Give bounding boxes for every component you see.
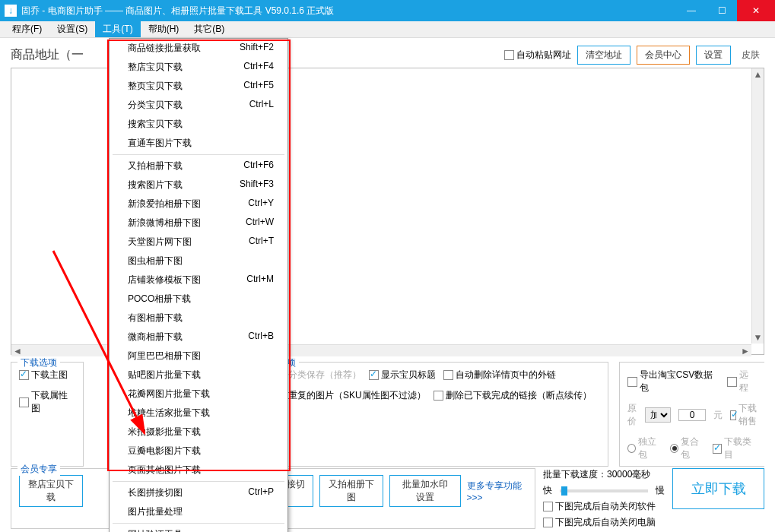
whole-store-button[interactable]: 整店宝贝下载 [19, 475, 83, 507]
composite-radio: 复合包 [670, 435, 705, 461]
scrollbar-vertical[interactable]: ▲ ▼ [751, 68, 764, 344]
dropdown-item[interactable]: 整页宝贝下载Ctrl+F5 [110, 77, 287, 96]
menu-program[interactable]: 程序(F) [5, 21, 49, 37]
show-title-checkbox[interactable]: 显示宝贝标题 [369, 369, 436, 382]
download-category-checkbox: 下载类目 [713, 435, 757, 461]
download-options-legend: 下载选项 [17, 356, 60, 369]
watermark-button[interactable]: 批量加水印设置 [389, 475, 461, 507]
dropdown-item[interactable]: 微商相册下载Ctrl+B [110, 328, 287, 347]
dropdown-item[interactable]: 直通车图片下载 [110, 134, 287, 153]
more-features-link[interactable]: 更多专享功能>>> [467, 480, 527, 503]
dropdown-item[interactable]: 有图相册下载 [110, 309, 287, 328]
scroll-left-icon[interactable]: ◄ [11, 345, 24, 356]
download-attr-image-checkbox[interactable]: 下载属性图 [19, 389, 75, 415]
orig-price-label: 原价 [627, 402, 637, 428]
menu-tools[interactable]: 工具(T) [95, 21, 140, 37]
dropdown-item[interactable]: POCO相册下载 [110, 290, 287, 309]
export-options-group: 导出淘宝CSV数据包 远程 原价 加 元 下载销售 独立包 复合包 下载类目 [619, 362, 764, 467]
download-main-image-checkbox[interactable]: 下载主图 [19, 369, 75, 382]
remote-checkbox: 远程 [727, 369, 757, 394]
dropdown-item[interactable]: 豆瓣电影图片下载 [110, 442, 287, 461]
export-csv-checkbox[interactable]: 导出淘宝CSV数据包 [627, 369, 719, 394]
maximize-button[interactable]: ☐ [707, 0, 737, 21]
delete-completed-checkbox[interactable]: 删除已下载完成的链接（断点续传） [434, 389, 592, 402]
address-label: 商品地址（一 [11, 47, 84, 63]
window-controls: — ☐ ✕ [676, 0, 775, 21]
speed-slider[interactable] [560, 489, 648, 492]
titlebar: ↓ 固乔 - 电商图片助手 —— 商品图片、相册照片批量下载工具 V59.0.1… [0, 0, 775, 21]
speed-label: 批量下载速度：30000毫秒 [543, 468, 665, 481]
menu-help[interactable]: 帮助(H) [141, 21, 187, 37]
dropdown-item[interactable]: 整店宝贝下载Ctrl+F4 [110, 58, 287, 77]
menubar: 程序(F) 设置(S) 工具(T) 帮助(H) 其它(B) [0, 21, 775, 38]
dropdown-item[interactable]: 花瓣网图片批量下载 [110, 385, 287, 404]
close-button[interactable]: ✕ [737, 0, 775, 21]
member-center-button[interactable]: 会员中心 [637, 46, 690, 65]
standalone-radio: 独立包 [627, 435, 662, 461]
dropdown-item[interactable]: 又拍相册下载Ctrl+F6 [110, 157, 287, 176]
member-legend: 会员专享 [17, 463, 60, 476]
auto-paste-checkbox[interactable]: 自动粘贴网址 [504, 49, 571, 62]
auto-delete-links-checkbox[interactable]: 自动删除详情页中的外链 [443, 369, 556, 382]
window-title: 固乔 - 电商图片助手 —— 商品图片、相册照片批量下载工具 V59.0.1.6… [21, 5, 676, 17]
dropdown-item[interactable]: 商品链接批量获取Shift+F2 [110, 39, 287, 58]
scroll-down-icon[interactable]: ▼ [752, 331, 764, 344]
speed-group: 批量下载速度：30000毫秒 快 慢 下图完成后自动关闭软件 下图完成后自动关闭… [543, 468, 665, 529]
dropdown-item[interactable]: 米拍摄影批量下载 [110, 423, 287, 442]
clear-address-button[interactable]: 清空地址 [577, 46, 630, 65]
dropdown-item[interactable]: 堆糖生活家批量下载 [110, 404, 287, 423]
dropdown-item[interactable]: 搜索图片下载Shift+F3 [110, 176, 287, 195]
youpai-album-button[interactable]: 又拍相册下图 [319, 475, 383, 507]
download-options-group: 下载选项 下载主图 下载属性图 [11, 362, 84, 467]
skin-link[interactable]: 皮肤 [737, 46, 764, 64]
close-pc-checkbox[interactable]: 下图完成后自动关闭电脑 [543, 516, 665, 529]
dropdown-item[interactable]: 店铺装修模板下图Ctrl+M [110, 271, 287, 290]
scroll-right-icon[interactable]: ► [739, 345, 751, 356]
dropdown-item[interactable]: 天堂图片网下图Ctrl+T [110, 233, 287, 252]
dropdown-item[interactable]: 新浪微博相册下图Ctrl+W [110, 214, 287, 233]
price-value-input[interactable] [678, 409, 706, 421]
download-sales-checkbox: 下载销售 [730, 402, 757, 428]
function-options-group: 功能选项 智能分类保存（推荐） 显示宝贝标题 自动删除详情页中的外链 过滤重复的… [249, 362, 608, 467]
tools-dropdown: 商品链接批量获取Shift+F2整店宝贝下载Ctrl+F4整页宝贝下载Ctrl+… [109, 38, 288, 532]
dropdown-item[interactable]: 贴吧图片批量下载 [110, 366, 287, 385]
close-software-checkbox[interactable]: 下图完成后自动关闭软件 [543, 500, 665, 513]
scroll-up-icon[interactable]: ▲ [752, 68, 764, 81]
minimize-button[interactable]: — [676, 0, 707, 21]
dropdown-item[interactable]: 页面其他图片下载 [110, 461, 287, 480]
menu-other[interactable]: 其它(B) [186, 21, 232, 37]
dropdown-item[interactable]: 长图拼接切图Ctrl+P [110, 483, 287, 502]
price-op-select[interactable]: 加 [645, 407, 671, 423]
start-download-button[interactable]: 立即下载 [672, 468, 764, 509]
dropdown-item[interactable]: 图虫相册下图 [110, 252, 287, 271]
dropdown-item[interactable]: 分类宝贝下载Ctrl+L [110, 96, 287, 115]
menu-settings[interactable]: 设置(S) [49, 21, 95, 37]
settings-button[interactable]: 设置 [696, 46, 731, 65]
dropdown-item[interactable]: 阿里巴巴相册下图 [110, 347, 287, 366]
dropdown-item[interactable]: 图片批量处理 [110, 502, 287, 521]
dropdown-item[interactable]: 网址验证工具 [110, 525, 287, 532]
dropdown-item[interactable]: 新浪爱拍相册下图Ctrl+Y [110, 195, 287, 214]
app-icon: ↓ [5, 5, 17, 17]
dropdown-item[interactable]: 搜索宝贝下载 [110, 115, 287, 134]
